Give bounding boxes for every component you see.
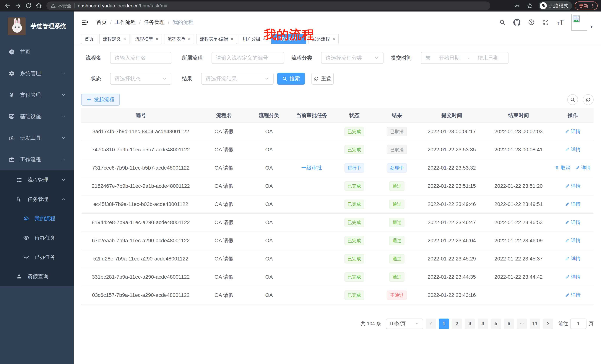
more-pages-button[interactable]: [517, 318, 527, 329]
start-process-button[interactable]: 发起流程: [81, 94, 120, 105]
tab-process-definition[interactable]: 流程定义×: [99, 34, 130, 44]
process-id: 7317cec6-7b9b-11ec-b5b7-acde48001122: [81, 159, 200, 177]
github-icon[interactable]: [513, 19, 521, 26]
tab-home[interactable]: 首页: [81, 34, 97, 44]
process-key-input-field[interactable]: [216, 55, 280, 61]
tab-process-form-edit[interactable]: 流程表单-编辑×: [196, 34, 237, 44]
sidebar-item-todo-tasks[interactable]: 待办任务: [0, 228, 74, 248]
detail-link[interactable]: 详情: [565, 183, 581, 189]
sidebar-item-my-process[interactable]: 我的流程: [0, 209, 74, 228]
filter-row-1: 流程名 所属流程 流程分类 请选择流程分类 提交时间: [81, 52, 594, 64]
status-badge: 已完成: [344, 182, 364, 191]
end-time: 2022-01-22 23:51:20: [485, 177, 552, 195]
fullscreen-icon[interactable]: [542, 19, 549, 26]
page-button-4[interactable]: 4: [478, 318, 488, 329]
sidebar-item-done-tasks[interactable]: 已办任务: [0, 248, 74, 267]
sidebar-item-label: 流程管理: [28, 176, 48, 183]
refresh-table-button[interactable]: [583, 94, 594, 105]
url-bar[interactable]: 不安全 dashboard.yudao.iocoder.cn/bpm/task/…: [46, 1, 490, 10]
close-icon[interactable]: ×: [332, 36, 335, 42]
status-select[interactable]: 请选择状态: [110, 73, 171, 85]
page-size-select[interactable]: 10条/页: [386, 318, 423, 329]
sidebar-item-system[interactable]: 系统管理: [0, 63, 74, 84]
close-icon[interactable]: ×: [231, 36, 233, 42]
tab-process-form[interactable]: 流程表单×: [164, 34, 194, 44]
filter-row-2: 状态 请选择状态 结果 请选择流结果 搜索 重置: [81, 73, 594, 85]
sidebar-item-process-mgmt[interactable]: 流程管理: [0, 170, 74, 190]
tags-view: 首页流程定义×流程模型×流程表单×流程表单-编辑×用户分组×我的流程×发起流程×: [74, 33, 601, 45]
detail-link[interactable]: 详情: [575, 164, 591, 171]
category-select[interactable]: 请选择流程分类: [321, 52, 383, 64]
detail-link[interactable]: 详情: [565, 201, 581, 207]
bookmark-star-icon[interactable]: [526, 1, 534, 10]
show-search-button[interactable]: [567, 94, 578, 105]
detail-link[interactable]: 详情: [565, 219, 581, 226]
page-button-11[interactable]: 11: [530, 318, 540, 329]
sidebar-item-payment[interactable]: ¥支付管理: [0, 84, 74, 106]
tab-process-model[interactable]: 流程模型×: [132, 34, 162, 44]
detail-link[interactable]: 详情: [565, 256, 581, 262]
row-actions: 详情: [552, 141, 594, 159]
page-button-5[interactable]: 5: [491, 318, 501, 329]
eye-icon: [23, 235, 29, 241]
help-icon[interactable]: [528, 19, 535, 26]
submit-time: 2022-01-22 23:46:47: [418, 213, 485, 231]
sidebar-item-workflow[interactable]: 工作流程: [0, 149, 74, 170]
process-key-input[interactable]: [211, 52, 284, 64]
page-button-6[interactable]: 6: [504, 318, 514, 329]
reset-button[interactable]: 重置: [311, 73, 334, 85]
sidebar-item-home[interactable]: 首页: [0, 41, 74, 63]
breadcrumb-item[interactable]: 任务管理: [144, 19, 165, 26]
close-icon[interactable]: ×: [156, 36, 158, 42]
detail-link[interactable]: 详情: [565, 274, 581, 280]
sidebar-collapse-icon[interactable]: [81, 19, 89, 26]
sidebar-item-label: 请假查询: [28, 273, 48, 280]
column-header: 提交时间: [418, 108, 485, 123]
close-icon[interactable]: ×: [123, 36, 126, 42]
sidebar-item-task-mgmt[interactable]: 任务管理: [0, 190, 74, 209]
breadcrumb-item[interactable]: 工作流程: [115, 19, 136, 26]
next-page-button[interactable]: [543, 318, 553, 329]
search-button[interactable]: 搜索: [277, 73, 305, 85]
page-button-2[interactable]: 2: [452, 318, 462, 329]
sidebar-item-leave-query[interactable]: 请假查询: [0, 267, 74, 286]
detail-link[interactable]: 详情: [565, 292, 581, 298]
process-name: OA 请假: [200, 213, 248, 231]
process-name-input[interactable]: [110, 52, 171, 64]
search-icon[interactable]: [499, 19, 506, 26]
row-actions: 详情: [552, 177, 594, 195]
back-icon[interactable]: [3, 1, 12, 10]
result-badge: 通过: [389, 182, 404, 191]
filter-submit-time-label: 提交时间: [391, 54, 412, 61]
process-name-input-field[interactable]: [115, 55, 167, 61]
dashboard-icon: [9, 49, 15, 55]
result-select[interactable]: 请选择流结果: [201, 73, 274, 85]
avatar-caret-icon[interactable]: ▼: [590, 24, 594, 29]
detail-link[interactable]: 详情: [565, 146, 581, 153]
sidebar-item-dev-tools[interactable]: 研发工具: [0, 127, 74, 149]
close-icon[interactable]: ×: [188, 36, 190, 42]
current-task-link[interactable]: 一级审批: [301, 165, 322, 171]
goto-page-input[interactable]: [570, 318, 587, 329]
detail-link[interactable]: 详情: [565, 237, 581, 244]
home-icon[interactable]: [35, 1, 43, 10]
detail-link[interactable]: 详情: [565, 128, 581, 135]
pagination-total: 共 104 条: [361, 320, 381, 327]
submit-time-range-picker[interactable]: 开始日期 - 结束日期: [421, 52, 509, 64]
sidebar-item-infrastructure[interactable]: 基础设施: [0, 106, 74, 127]
page-button-3[interactable]: 3: [465, 318, 475, 329]
chevron-down-icon: [61, 178, 66, 182]
update-button[interactable]: 更新: [575, 1, 598, 10]
prev-page-button[interactable]: [426, 318, 436, 329]
avatar[interactable]: [571, 14, 587, 31]
gear-icon: [9, 70, 15, 77]
cancel-link[interactable]: 取消: [555, 164, 570, 171]
page-button-1[interactable]: 1: [439, 318, 449, 329]
reload-icon[interactable]: [24, 1, 33, 10]
table-toolbar: 发起流程: [81, 94, 594, 105]
font-size-icon[interactable]: TT: [557, 19, 564, 26]
breadcrumb-item[interactable]: 首页: [96, 19, 107, 26]
key-icon[interactable]: [513, 1, 521, 10]
forward-icon[interactable]: [14, 1, 22, 10]
table-row: 7317cec6-7b9b-11ec-b5b7-acde48001122OA 请…: [81, 159, 594, 177]
